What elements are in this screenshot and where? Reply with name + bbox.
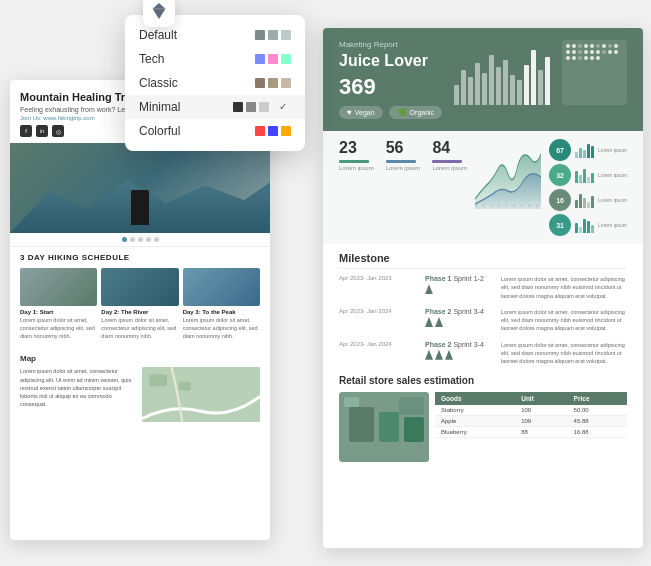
svg-rect-16 (344, 397, 359, 407)
svg-text:02: 02 (483, 203, 485, 208)
theme-dropdown: Default Tech Classic Minimal ✓ C (125, 15, 305, 151)
price-staborry: 50.00 (568, 405, 627, 416)
svg-text:01: 01 (475, 203, 477, 208)
milestone-section: Milestone Apr 2023- Jan 2023 Phase 1 Spr… (339, 252, 627, 365)
svg-rect-17 (399, 397, 424, 415)
swatch-2 (268, 126, 278, 136)
bar (545, 57, 550, 105)
carousel-dot[interactable] (154, 237, 159, 242)
metric-label-56: Lorem ipsum (386, 165, 421, 171)
dot (572, 44, 576, 48)
milestone-date-2: Apr 2023- Jan 2024 (339, 308, 419, 314)
metric-label-23: Lorem ipsum (339, 165, 374, 171)
instagram-icon: ◎ (52, 125, 64, 137)
theme-option-tech[interactable]: Tech (125, 47, 305, 71)
dot (584, 44, 588, 48)
mini-bar (583, 169, 586, 183)
area-chart: 01 02 03 04 05 06 07 08 09 (475, 139, 541, 209)
phase-icons-1 (425, 284, 495, 294)
bar (454, 85, 459, 105)
dot (566, 50, 570, 54)
mini-bar (579, 194, 582, 208)
metric-bar-23 (339, 160, 369, 163)
swatch-2 (268, 54, 278, 64)
dot (614, 44, 618, 48)
hiker-figure (131, 190, 149, 225)
dot (596, 50, 600, 54)
circle-metric-32: 32 Lorem ipsum (549, 164, 627, 186)
carousel-dot[interactable] (146, 237, 151, 242)
map-title: Map (20, 354, 260, 363)
bar (531, 50, 536, 105)
dot (608, 44, 612, 48)
table-row: Staborry 100 50.00 (435, 405, 627, 416)
tech-swatches (255, 54, 291, 64)
milestone-item-1: Apr 2023- Jan 2023 Phase 1 Sprint 1-2 Lo… (339, 275, 627, 300)
phase-icon (445, 350, 453, 360)
theme-option-colorful[interactable]: Colorful (125, 119, 305, 143)
carousel-dot[interactable] (122, 237, 127, 242)
metric-56: 56 Lorem ipsum (386, 139, 421, 171)
report-title: Juice Lover (339, 51, 442, 70)
dot (590, 44, 594, 48)
bar (496, 67, 501, 105)
circle-31: 31 (549, 214, 571, 236)
hiking-schedule-section: 3 DAY HIKING SCHEDULE Day 1: Start Lorem… (10, 246, 270, 350)
hiking-card-text-2: Lorem ipsum dolor sit amet, consectetur … (101, 317, 178, 340)
theme-option-minimal[interactable]: Minimal ✓ (125, 95, 305, 119)
bar-chart (454, 50, 550, 105)
metric-row-label: Lorem ipsum (598, 147, 627, 153)
hiking-card-2: Day 2: The River Lorem ipsum dolor sit a… (101, 268, 178, 340)
minimal-swatches (233, 102, 269, 112)
mini-bar (587, 221, 590, 233)
linkedin-icon: in (36, 125, 48, 137)
milestone-text-1: Lorem ipsum dolor sit amet, consectetur … (501, 275, 627, 300)
phase-icon (425, 350, 433, 360)
bar (524, 65, 529, 105)
svg-text:03: 03 (490, 203, 492, 208)
milestone-date-3: Apr 2023- Jan 2024 (339, 341, 419, 347)
circle-metric-67: 67 Lorem ipsum (549, 139, 627, 161)
diamond-icon (150, 2, 168, 20)
swatch-3 (281, 126, 291, 136)
mini-bar (575, 200, 578, 208)
phase-icon (435, 350, 443, 360)
milestone-text-2: Lorem ipsum dolor sit amet, consectetur … (501, 308, 627, 333)
facebook-icon: f (20, 125, 32, 137)
circle-metric-16: 16 Lorem ipsum (549, 189, 627, 211)
phase-label-3: Phase 2 Sprint 3-4 (425, 341, 495, 348)
theme-option-classic[interactable]: Classic (125, 71, 305, 95)
retail-table-container: Goods Unit Price Staborry 100 50.00 (435, 392, 627, 462)
report-number: 369 (339, 74, 442, 100)
mini-bars-16 (575, 192, 594, 208)
svg-rect-13 (349, 407, 374, 442)
report-metrics-section: 23 Lorem ipsum 56 Lorem ipsum 84 Lorem i… (323, 131, 643, 244)
svg-text:06: 06 (513, 203, 515, 208)
metric-value-56: 56 (386, 139, 421, 157)
swatch-3 (259, 102, 269, 112)
dot (566, 44, 570, 48)
report-subtitle: Maketing Report (339, 40, 442, 49)
metric-row-label: Lorem ipsum (598, 172, 627, 178)
goods-apple: Apple (435, 416, 515, 427)
map-content: Lorem ipsum dolor sit amet, consectetur … (20, 367, 260, 422)
metric-row-label: Lorem ipsum (598, 222, 627, 228)
table-header-price: Price (568, 392, 627, 405)
heart-icon: ♥ (347, 108, 352, 117)
circle-67: 67 (549, 139, 571, 161)
swatch-2 (268, 30, 278, 40)
theme-picker-trigger[interactable] (143, 0, 175, 27)
metric-label-84: Lorem ipsum (432, 165, 467, 171)
price-apple: 45.88 (568, 416, 627, 427)
unit-staborry: 100 (515, 405, 567, 416)
mini-bar (591, 225, 594, 233)
metric-84: 84 Lorem ipsum (432, 139, 467, 171)
area-chart-svg: 01 02 03 04 05 06 07 08 09 (475, 139, 541, 209)
map-description: Lorem ipsum dolor sit amet, consectetur … (20, 367, 138, 422)
carousel-dot[interactable] (130, 237, 135, 242)
hiking-image-3 (183, 268, 260, 306)
metric-bar-84 (432, 160, 462, 163)
bar (482, 73, 487, 105)
map-roads-svg (142, 367, 260, 422)
carousel-dot[interactable] (138, 237, 143, 242)
